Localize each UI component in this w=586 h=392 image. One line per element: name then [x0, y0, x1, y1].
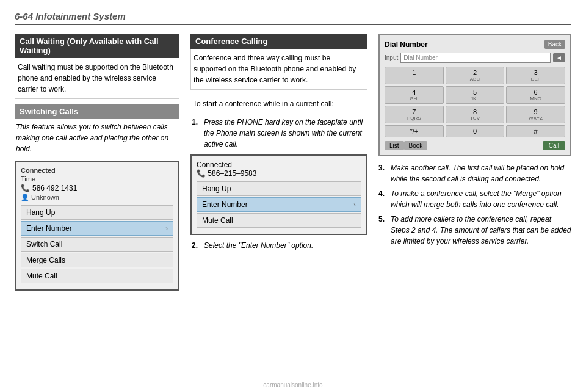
dial-key-6[interactable]: 6MNO — [506, 86, 565, 104]
mute-call-label-2: Mute Call — [202, 216, 233, 225]
right-steps-list: 3. Make another call. The first call wil… — [378, 162, 571, 247]
right-step-text-3: Make another call. The first call will b… — [391, 162, 571, 184]
hang-up-label-2: Hang Up — [202, 184, 231, 193]
center-steps-list-2: 2. Select the "Enter Number" option. — [190, 240, 367, 251]
dial-list-button[interactable]: List — [385, 141, 404, 150]
dial-input-row: Input Dial Number ◄ — [385, 53, 565, 63]
dial-delete-button[interactable]: ◄ — [553, 53, 565, 62]
phone-number-2: 📞 586–215–9583 — [197, 169, 361, 178]
page: 6-64 Infotainment System Call Waiting (O… — [0, 0, 586, 392]
right-step-text-5: To add more callers to the conference ca… — [391, 214, 571, 247]
dial-key-7[interactable]: 7PQRS — [385, 106, 444, 123]
mute-call-label-1: Mute Call — [26, 272, 57, 280]
dial-header: Dial Number Back — [385, 40, 565, 49]
time-row: Time — [21, 175, 173, 183]
dial-input-field[interactable]: Dial Number — [400, 53, 551, 63]
watermark: carmanualsonline.info — [263, 382, 322, 388]
step-num-1: 1. — [192, 117, 200, 150]
dial-call-button[interactable]: Call — [543, 141, 565, 150]
call-waiting-body: Call waiting must be supported on the Bl… — [15, 58, 179, 99]
right-step-text-4: To make a conference call, select the "M… — [391, 188, 571, 210]
right-step-num-3: 3. — [378, 162, 387, 184]
dial-bottom-row: List Book Call — [385, 141, 565, 150]
person-icon: 👤 — [21, 194, 29, 201]
dial-back-button[interactable]: Back — [544, 40, 565, 49]
dial-book-button[interactable]: Book — [404, 141, 428, 150]
menu-item-mute-call-1[interactable]: Mute Call — [21, 269, 173, 283]
center-steps-list: 1. Press the PHONE hard key on the facep… — [190, 117, 367, 150]
center-column: Conference Calling Conference and three … — [190, 34, 367, 380]
dial-key-1[interactable]: 1 — [385, 67, 444, 84]
dial-key-9[interactable]: 9WXYZ — [506, 106, 565, 123]
dial-key-hash[interactable]: # — [506, 125, 565, 137]
step-num-2: 2. — [192, 240, 200, 251]
main-columns: Call Waiting (Only Available with Call W… — [15, 34, 571, 380]
menu-item-enter-number-1[interactable]: Enter Number › — [21, 221, 173, 236]
enter-number-arrow-1: › — [165, 225, 168, 232]
dial-input-label: Input — [385, 54, 398, 61]
dial-keypad: 1 2ABC 3DEF 4GHI 5JKL 6MNO 7PQRS 8TUV 9W… — [385, 67, 565, 137]
switching-calls-header: Switching Calls — [15, 104, 179, 119]
right-column: Dial Number Back Input Dial Number ◄ 1 2… — [378, 34, 571, 380]
dial-key-8[interactable]: 8TUV — [446, 106, 505, 123]
menu-item-enter-number-2[interactable]: Enter Number › — [197, 197, 361, 212]
dial-key-3[interactable]: 3DEF — [506, 67, 565, 84]
dial-key-5[interactable]: 5JKL — [446, 86, 505, 104]
step-text-2: Select the "Enter Number" option. — [204, 240, 313, 251]
enter-number-label-2: Enter Number — [202, 200, 248, 209]
right-step-3: 3. Make another call. The first call wil… — [378, 162, 571, 184]
dial-key-0[interactable]: 0 — [446, 125, 505, 137]
menu-item-hang-up-2[interactable]: Hang Up — [197, 181, 361, 196]
merge-calls-label: Merge Calls — [26, 256, 65, 264]
dial-screen: Dial Number Back Input Dial Number ◄ 1 2… — [378, 34, 571, 156]
conference-calling-header: Conference Calling — [190, 34, 367, 49]
enter-number-label-1: Enter Number — [26, 224, 72, 233]
menu-item-merge-calls[interactable]: Merge Calls — [21, 253, 173, 267]
phone-screen-1: Connected Time 📞 586 492 1431 👤 Unknown … — [15, 161, 179, 291]
connected-label-1: Connected — [21, 167, 173, 174]
dial-title: Dial Number — [385, 40, 428, 49]
dial-key-2[interactable]: 2ABC — [446, 67, 505, 84]
phone-icon-2: 📞 — [197, 169, 206, 178]
dial-key-star[interactable]: */+ — [385, 125, 444, 137]
connected-label-2: Connected — [197, 161, 361, 169]
enter-number-arrow-2: › — [353, 201, 356, 208]
menu-item-mute-call-2[interactable]: Mute Call — [197, 213, 361, 228]
dial-key-4[interactable]: 4GHI — [385, 86, 444, 104]
conference-calling-body2: To start a conference while in a current… — [190, 95, 367, 113]
unknown-row: 👤 Unknown — [21, 194, 173, 201]
center-step-2: 2. Select the "Enter Number" option. — [190, 240, 367, 251]
left-column: Call Waiting (Only Available with Call W… — [15, 34, 179, 380]
center-step-1: 1. Press the PHONE hard key on the facep… — [190, 117, 367, 150]
page-header: 6-64 Infotainment System — [15, 11, 571, 25]
conference-calling-body1: Conference and three way calling must be… — [190, 49, 367, 90]
menu-item-switch-call[interactable]: Switch Call — [21, 237, 173, 252]
switch-call-label: Switch Call — [26, 240, 62, 249]
call-waiting-header: Call Waiting (Only Available with Call W… — [15, 34, 179, 58]
right-step-5: 5. To add more callers to the conference… — [378, 214, 571, 247]
switching-calls-body: This feature allows you to switch betwee… — [15, 119, 179, 157]
right-step-4: 4. To make a conference call, select the… — [378, 188, 571, 210]
right-step-num-5: 5. — [378, 214, 387, 247]
phone-number-1: 📞 586 492 1431 — [21, 184, 173, 192]
phone-icon-1: 📞 — [21, 184, 30, 192]
step-text-1: Press the PHONE hard key on the faceplat… — [204, 117, 367, 150]
phone-screen-2: Connected 📞 586–215–9583 Hang Up Enter N… — [190, 154, 367, 235]
right-step-num-4: 4. — [378, 188, 387, 210]
hang-up-label-1: Hang Up — [26, 208, 55, 217]
menu-item-hang-up-1[interactable]: Hang Up — [21, 205, 173, 220]
